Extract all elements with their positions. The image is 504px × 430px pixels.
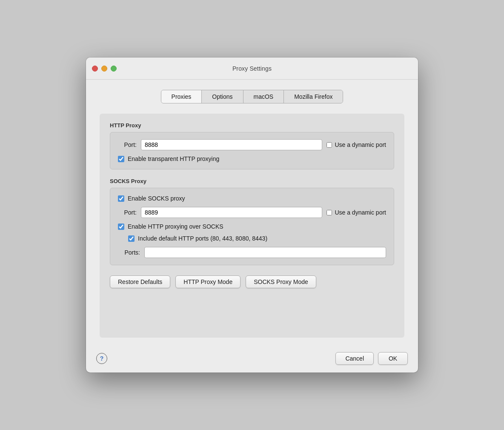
http-transparent-checkbox[interactable] [118,156,124,162]
socks-http-over-socks-label: Enable HTTP proxying over SOCKS [128,223,223,230]
socks-proxy-section-label: SOCKS Proxy [110,178,394,184]
socks-proxy-section: SOCKS Proxy Enable SOCKS proxy Port: Use… [110,178,394,265]
socks-ports-row: Ports: [118,247,386,258]
socks-proxy-mode-button[interactable]: SOCKS Proxy Mode [246,275,316,288]
http-dynamic-port-label: Use a dynamic port [335,141,386,148]
http-dynamic-port-wrap: Use a dynamic port [326,141,386,148]
tab-options[interactable]: Options [202,90,243,103]
socks-http-over-socks-row: Enable HTTP proxying over SOCKS [118,223,386,230]
traffic-lights [92,66,117,72]
socks-dynamic-port-wrap: Use a dynamic port [326,209,386,216]
minimize-button[interactable] [101,66,107,72]
close-button[interactable] [92,66,98,72]
ok-button[interactable]: OK [378,352,408,365]
tab-macos[interactable]: macOS [243,90,284,103]
footer-right: Cancel OK [335,352,408,365]
socks-ports-label: Ports: [118,249,140,256]
window-title: Proxy Settings [232,65,272,72]
socks-port-input[interactable] [141,207,322,218]
window-footer: ? Cancel OK [86,346,418,373]
socks-dynamic-port-checkbox[interactable] [326,210,332,215]
socks-enable-label: Enable SOCKS proxy [128,195,185,202]
socks-include-defaults-checkbox[interactable] [128,235,135,242]
tab-group: Proxies Options macOS Mozilla Firefox [161,90,344,103]
socks-include-defaults-label: Include default HTTP ports (80, 443, 808… [138,235,267,242]
title-bar: Proxy Settings [86,57,418,80]
http-port-row: Port: Use a dynamic port [118,139,386,150]
restore-defaults-button[interactable]: Restore Defaults [110,275,170,288]
window-body: Proxies Options macOS Mozilla Firefox HT… [86,80,418,346]
http-transparent-row: Enable transparent HTTP proxying [118,155,386,162]
http-port-input[interactable] [141,139,322,150]
socks-ports-input[interactable] [144,247,386,258]
maximize-button[interactable] [111,66,117,72]
http-proxy-section-label: HTTP Proxy [110,122,394,129]
http-transparent-label: Enable transparent HTTP proxying [128,155,219,162]
socks-http-over-socks-checkbox[interactable] [118,224,124,230]
socks-port-row: Port: Use a dynamic port [118,207,386,218]
socks-proxy-panel: Enable SOCKS proxy Port: Use a dynamic p… [110,188,394,265]
http-port-label: Port: [118,141,137,148]
socks-include-defaults-row: Include default HTTP ports (80, 443, 808… [128,235,386,242]
http-proxy-section: HTTP Proxy Port: Use a dynamic port [110,122,394,169]
socks-port-label: Port: [118,209,137,216]
tab-firefox[interactable]: Mozilla Firefox [284,90,343,103]
help-button[interactable]: ? [96,353,107,364]
http-dynamic-port-checkbox[interactable] [326,142,332,148]
socks-dynamic-port-label: Use a dynamic port [335,209,386,216]
bottom-buttons: Restore Defaults HTTP Proxy Mode SOCKS P… [110,274,394,288]
socks-enable-checkbox[interactable] [118,195,124,202]
content-area: HTTP Proxy Port: Use a dynamic port [100,114,404,338]
tabs-bar: Proxies Options macOS Mozilla Firefox [100,90,404,103]
http-proxy-mode-button[interactable]: HTTP Proxy Mode [175,275,241,288]
cancel-button[interactable]: Cancel [335,352,374,365]
tab-proxies[interactable]: Proxies [161,90,202,103]
proxy-settings-window: Proxy Settings Proxies Options macOS Moz… [86,57,418,373]
http-proxy-panel: Port: Use a dynamic port Enable transpar… [110,132,394,169]
socks-enable-row: Enable SOCKS proxy [118,195,386,202]
